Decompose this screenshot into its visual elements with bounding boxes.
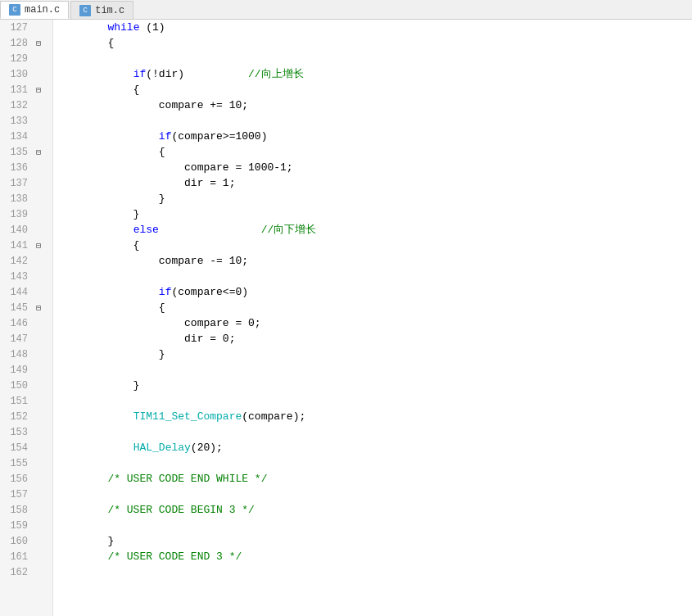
- code-line: [53, 487, 692, 502]
- gutter-row: 146: [0, 315, 52, 331]
- line-number: 155: [0, 458, 33, 469]
- line-number: 127: [0, 22, 33, 34]
- gutter-row: 142: [0, 253, 52, 269]
- gutter-row: 150: [0, 378, 52, 393]
- line-number: 133: [0, 116, 33, 127]
- code-line: [53, 113, 692, 129]
- gutter-row: 129: [0, 51, 52, 66]
- gutter-row: 136: [0, 160, 52, 175]
- gutter-row: 130: [0, 66, 52, 82]
- code-line: HAL_Delay(20);: [53, 440, 692, 455]
- gutter-row: 155: [0, 455, 52, 471]
- line-number: 136: [0, 162, 33, 174]
- tab-tim-c[interactable]: C tim.c: [70, 1, 133, 19]
- line-number: 154: [0, 442, 33, 454]
- fold-marker[interactable]: ⊟: [33, 147, 44, 157]
- gutter-row: 131⊟: [0, 82, 52, 97]
- tab-bar: C main.c C tim.c: [0, 0, 692, 20]
- fold-marker[interactable]: ⊟: [33, 241, 44, 251]
- gutter-row: 127: [0, 20, 52, 35]
- gutter-row: 160: [0, 533, 52, 549]
- line-number: 145: [0, 302, 33, 314]
- line-number: 151: [0, 396, 33, 407]
- code-line: [53, 393, 692, 409]
- line-number-gutter: 127128⊟129130131⊟132133134135⊟1361371381…: [0, 20, 53, 616]
- code-line: }: [53, 206, 692, 222]
- code-line: {: [53, 144, 692, 160]
- code-line: /* USER CODE END 3 */: [53, 549, 692, 564]
- line-number: 139: [0, 209, 33, 220]
- line-number: 159: [0, 520, 33, 532]
- gutter-row: 147: [0, 331, 52, 346]
- line-number: 161: [0, 551, 33, 563]
- line-number: 144: [0, 287, 33, 298]
- line-number: 148: [0, 349, 33, 360]
- gutter-row: 161: [0, 549, 52, 564]
- line-number: 130: [0, 69, 33, 80]
- main-c-icon: C: [9, 4, 20, 16]
- line-number: 143: [0, 271, 33, 283]
- line-number: 147: [0, 333, 33, 345]
- code-line: [53, 424, 692, 440]
- gutter-row: 133: [0, 113, 52, 129]
- line-number: 128: [0, 38, 33, 49]
- code-line: [53, 269, 692, 284]
- gutter-row: 148: [0, 346, 52, 362]
- line-number: 149: [0, 365, 33, 376]
- gutter-row: 140: [0, 222, 52, 238]
- line-number: 134: [0, 131, 33, 143]
- gutter-row: 143: [0, 269, 52, 284]
- code-line: }: [53, 191, 692, 206]
- code-token-kw: if: [159, 286, 172, 298]
- editor: 127128⊟129130131⊟132133134135⊟1361371381…: [0, 20, 692, 616]
- code-line: dir = 1;: [53, 175, 692, 191]
- code-line: TIM11_Set_Compare(compare);: [53, 409, 692, 424]
- code-token-kw: if: [133, 68, 147, 80]
- gutter-row: 154: [0, 440, 52, 455]
- gutter-row: 145⊟: [0, 300, 52, 315]
- fold-marker[interactable]: ⊟: [33, 303, 44, 313]
- gutter-row: 156: [0, 471, 52, 487]
- code-line: if(!dir) //向上增长: [53, 66, 692, 82]
- gutter-row: 158: [0, 502, 52, 518]
- gutter-row: 157: [0, 487, 52, 502]
- gutter-row: 137: [0, 175, 52, 191]
- function-name: HAL_Delay: [133, 442, 191, 454]
- line-number: 157: [0, 489, 33, 500]
- function-name: TIM11_Set_Compare: [133, 410, 242, 423]
- code-line: {: [53, 35, 692, 51]
- tab-main-c[interactable]: C main.c: [0, 1, 69, 19]
- gutter-row: 151: [0, 393, 52, 409]
- fold-marker[interactable]: ⊟: [33, 38, 44, 48]
- line-number: 129: [0, 53, 33, 65]
- line-number: 141: [0, 240, 33, 251]
- code-line: while (1): [53, 20, 692, 35]
- code-token-kw: if: [159, 130, 172, 143]
- code-token-kw: while: [107, 21, 139, 34]
- code-line: [53, 518, 692, 533]
- gutter-row: 159: [0, 518, 52, 533]
- gutter-row: 138: [0, 191, 52, 206]
- code-line: }: [53, 533, 692, 549]
- line-number: 150: [0, 380, 33, 392]
- gutter-row: 144: [0, 284, 52, 300]
- line-number: 132: [0, 100, 33, 111]
- fold-marker[interactable]: ⊟: [33, 85, 44, 95]
- line-number: 140: [0, 224, 33, 236]
- gutter-row: 149: [0, 362, 52, 378]
- code-area[interactable]: while (1) { if(!dir) //向上增长 { compare +=…: [53, 20, 692, 616]
- line-number: 152: [0, 411, 33, 423]
- code-line: compare = 0;: [53, 315, 692, 331]
- code-line: [53, 51, 692, 66]
- code-token-comment-cn: //向下增长: [261, 224, 317, 236]
- code-line: }: [53, 378, 692, 393]
- code-line: if(compare>=1000): [53, 129, 692, 144]
- gutter-row: 132: [0, 97, 52, 113]
- tab-main-c-label: main.c: [25, 4, 60, 16]
- gutter-row: 152: [0, 409, 52, 424]
- line-number: 146: [0, 318, 33, 329]
- line-number: 137: [0, 178, 33, 189]
- gutter-row: 135⊟: [0, 144, 52, 160]
- gutter-row: 139: [0, 206, 52, 222]
- tim-c-icon: C: [79, 5, 91, 16]
